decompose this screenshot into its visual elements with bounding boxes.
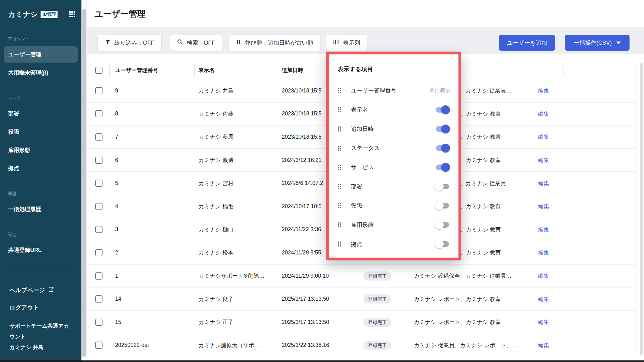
account-name: サポートチーム共通アカウント bbox=[9, 321, 74, 342]
brand-badge: ID管理 bbox=[41, 11, 58, 18]
edit-link[interactable]: 編集 bbox=[538, 265, 549, 287]
cell-user-id: 15 bbox=[115, 311, 121, 334]
add-user-button-label: ユーザーを追加 bbox=[507, 39, 547, 47]
cell-user-id: 7 bbox=[115, 125, 118, 148]
sidebar-item-user-management[interactable]: ユーザー管理 bbox=[4, 46, 78, 63]
cell-display-name: カミナシ 樋口 bbox=[198, 218, 234, 241]
column-header-display-name[interactable]: 表示名 bbox=[198, 62, 214, 79]
drag-handle-icon[interactable] bbox=[337, 107, 341, 113]
edit-link[interactable]: 編集 bbox=[538, 195, 549, 218]
toggle-switch[interactable] bbox=[436, 184, 449, 189]
status-badge: 登録完了 bbox=[364, 341, 391, 350]
toggle-switch[interactable] bbox=[436, 203, 449, 209]
edit-link[interactable]: 編集 bbox=[538, 311, 549, 334]
cell-user-id: 1 bbox=[115, 265, 118, 287]
edit-link[interactable]: 編集 bbox=[538, 334, 549, 357]
row-checkbox[interactable] bbox=[95, 295, 103, 303]
drag-handle-icon[interactable] bbox=[337, 241, 341, 247]
row-checkbox[interactable] bbox=[95, 203, 103, 210]
row-checkbox[interactable] bbox=[95, 272, 103, 280]
search-button[interactable]: 検索：OFF bbox=[170, 35, 222, 51]
page-scrollbar-thumb[interactable] bbox=[640, 63, 643, 355]
cell-services: カミナシ レポート、カミナシ 教育 bbox=[414, 311, 501, 334]
header-separator bbox=[563, 65, 564, 76]
filter-button[interactable]: 絞り込み：OFF bbox=[98, 35, 161, 51]
cell-added-at: 2025/1/22 13:38:16 bbox=[282, 334, 329, 357]
edit-link[interactable]: 編集 bbox=[538, 218, 549, 241]
row-checkbox[interactable] bbox=[95, 157, 103, 164]
row-checkbox-cell bbox=[95, 287, 103, 310]
row-checkbox[interactable] bbox=[95, 180, 103, 187]
toggle-switch[interactable] bbox=[436, 107, 449, 113]
chevron-down-icon bbox=[616, 42, 621, 44]
row-checkbox-cell bbox=[95, 218, 103, 241]
cell-user-id: 9 bbox=[115, 79, 118, 102]
toggle-switch[interactable] bbox=[436, 164, 449, 170]
drag-handle-icon[interactable] bbox=[337, 222, 341, 228]
header-separator bbox=[109, 64, 110, 77]
toggle-switch[interactable] bbox=[436, 145, 449, 151]
toggle-switch[interactable] bbox=[436, 241, 449, 247]
edit-link[interactable]: 編集 bbox=[538, 241, 549, 264]
add-user-button[interactable]: ユーザーを追加 bbox=[499, 35, 555, 51]
row-checkbox[interactable] bbox=[95, 110, 103, 117]
cell-status: 登録完了 bbox=[364, 265, 391, 287]
apps-grid-icon[interactable] bbox=[69, 11, 75, 17]
edit-link[interactable]: 編集 bbox=[538, 149, 549, 172]
sidebar-scrollbar[interactable] bbox=[81, 0, 87, 362]
cell-added-at: 2023/10/18 15:5 bbox=[282, 125, 322, 148]
sidebar-item-site[interactable]: 拠点 bbox=[4, 160, 78, 176]
sort-button[interactable]: 並び順：追加日時が古い順 bbox=[229, 35, 320, 51]
sidebar-item-batch-history[interactable]: 一括処理履歴 bbox=[4, 201, 78, 217]
row-checkbox[interactable] bbox=[95, 249, 103, 256]
cell-added-at: 2025/1/17 13:13:50 bbox=[282, 311, 329, 334]
bulk-csv-button[interactable]: 一括操作(CSV) bbox=[565, 35, 630, 51]
edit-link[interactable]: 編集 bbox=[538, 287, 549, 310]
sidebar: カミナシ ID管理 アカウントユーザー管理共用端末管理(β)マスタ部署役職雇用形… bbox=[0, 0, 81, 362]
row-checkbox[interactable] bbox=[95, 342, 103, 349]
sidebar-item-employment-type[interactable]: 雇用形態 bbox=[4, 142, 78, 158]
sidebar-scrollbar-thumb[interactable] bbox=[82, 9, 86, 357]
drag-handle-icon[interactable] bbox=[337, 145, 341, 151]
row-checkbox-cell bbox=[95, 334, 103, 357]
sidebar-item-department[interactable]: 部署 bbox=[4, 105, 78, 122]
row-checkbox-cell bbox=[95, 172, 103, 195]
drag-handle-icon[interactable] bbox=[337, 87, 341, 94]
row-checkbox[interactable] bbox=[95, 87, 103, 94]
sidebar-item-shared-registration-url[interactable]: 共通登録URL bbox=[4, 242, 78, 258]
row-checkbox[interactable] bbox=[95, 226, 103, 233]
edit-link[interactable]: 編集 bbox=[538, 103, 549, 125]
row-checkbox-cell bbox=[95, 149, 103, 172]
column-header-added-at[interactable]: 追加日時 bbox=[282, 62, 303, 79]
edit-link[interactable]: 編集 bbox=[538, 172, 549, 195]
drag-handle-icon[interactable] bbox=[337, 183, 341, 190]
select-all-checkbox[interactable] bbox=[95, 67, 103, 74]
toggle-switch[interactable] bbox=[436, 126, 449, 132]
column-header-user-id[interactable]: ユーザー管理番号 bbox=[115, 62, 158, 79]
popup-item-label: 雇用形態 bbox=[351, 221, 374, 229]
popup-item-label: ステータス bbox=[351, 144, 380, 152]
toggle-knob bbox=[435, 201, 444, 210]
toggle-switch[interactable] bbox=[436, 222, 449, 228]
drag-handle-icon[interactable] bbox=[337, 164, 341, 170]
cell-added-at: 2023/10/18 15:5 bbox=[282, 79, 322, 102]
sort-button-label: 並び順：追加日時が古い順 bbox=[245, 39, 313, 47]
edit-link[interactable]: 編集 bbox=[538, 125, 549, 148]
drag-handle-icon[interactable] bbox=[337, 126, 341, 132]
sidebar-item-role[interactable]: 役職 bbox=[4, 124, 78, 140]
row-checkbox[interactable] bbox=[95, 133, 103, 141]
sidebar-item-shared-terminal-management[interactable]: 共用端末管理(β) bbox=[4, 64, 78, 81]
row-checkbox-cell bbox=[95, 241, 103, 264]
window-bottom-edge bbox=[0, 360, 644, 362]
cell-user-id: 2 bbox=[115, 241, 118, 264]
table-row: 20250122-daiカミナシ藤原大（サポー…2025/1/22 13:38:… bbox=[87, 334, 636, 357]
row-checkbox[interactable] bbox=[95, 319, 103, 326]
sidebar-section-label: 設定 bbox=[8, 232, 81, 237]
header-separator bbox=[194, 64, 195, 77]
edit-link[interactable]: 編集 bbox=[538, 79, 549, 102]
columns-button[interactable]: 表示列 bbox=[326, 35, 367, 51]
cell-user-id: 5 bbox=[115, 172, 118, 195]
drag-handle-icon[interactable] bbox=[337, 203, 341, 209]
logout-link[interactable]: ログアウト bbox=[9, 304, 81, 311]
help-page-link[interactable]: ヘルプページ bbox=[9, 286, 81, 294]
